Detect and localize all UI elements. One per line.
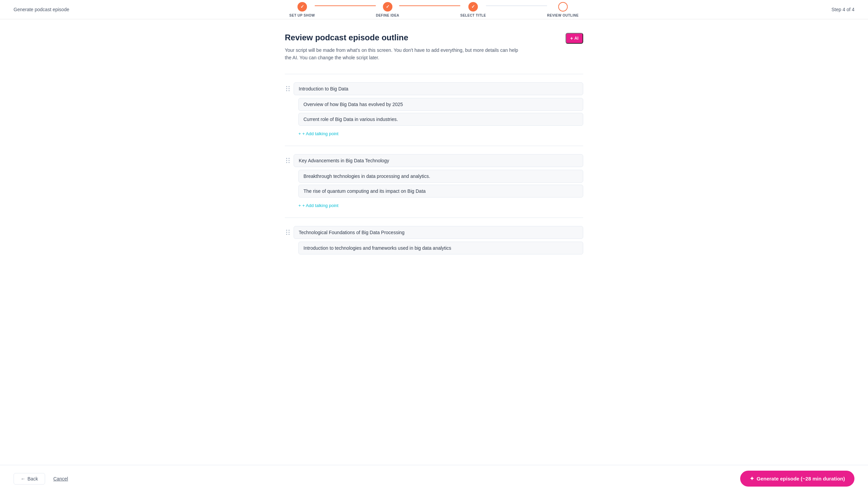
- talking-points-1: [285, 98, 583, 126]
- add-talking-point-btn-1[interactable]: + + Add talking point: [298, 130, 338, 138]
- footer: ← Back Cancel ✦ Generate episode (~28 mi…: [0, 465, 868, 492]
- connector-3: [486, 5, 547, 6]
- outline-section-1: + + Add talking point: [285, 78, 583, 142]
- app-title: Generate podcast episode: [14, 7, 69, 12]
- cancel-button[interactable]: Cancel: [53, 476, 68, 481]
- footer-left: ← Back Cancel: [14, 473, 68, 485]
- drag-handle-2[interactable]: [285, 157, 291, 164]
- section-header-row-2: [285, 154, 583, 167]
- step-title: ✓ SELECT TITLE: [460, 2, 486, 17]
- page-title: Review podcast episode outline: [285, 33, 522, 42]
- talking-point-2-2[interactable]: [298, 185, 583, 198]
- talking-point-1-1[interactable]: [298, 98, 583, 111]
- talking-points-3: [285, 242, 583, 254]
- step-label-outline: REVIEW OUTLINE: [547, 14, 579, 17]
- star-icon: ✦: [750, 475, 754, 482]
- main-content: Review podcast episode outline Your scri…: [278, 19, 590, 492]
- step-circle-idea: ✓: [383, 2, 392, 12]
- talking-point-2-1[interactable]: [298, 170, 583, 183]
- add-talking-point-btn-2[interactable]: + + Add talking point: [298, 202, 338, 209]
- page-header-left: Review podcast episode outline Your scri…: [285, 33, 522, 62]
- outline-section-2: + + Add talking point: [285, 150, 583, 213]
- section-title-input-3[interactable]: [294, 226, 583, 239]
- outline-container: + + Add talking point: [285, 70, 583, 259]
- section-title-input-1[interactable]: [294, 82, 583, 95]
- back-label: Back: [27, 476, 38, 481]
- back-arrow-icon: ←: [21, 476, 25, 481]
- drag-handle-3[interactable]: [285, 228, 291, 236]
- add-icon-2: +: [298, 203, 301, 208]
- step-outline: REVIEW OUTLINE: [547, 2, 579, 17]
- add-talking-point-container-1: + + Add talking point: [285, 130, 583, 138]
- add-talking-point-container-2: + + Add talking point: [285, 202, 583, 209]
- connector-1: [315, 5, 376, 6]
- header: Generate podcast episode ✓ SET UP SHOW ✓…: [0, 0, 868, 19]
- step-label-idea: DEFINE IDEA: [376, 14, 399, 17]
- talking-point-3-1[interactable]: [298, 242, 583, 254]
- step-circle-setup: ✓: [297, 2, 307, 12]
- ai-badge-label: AI: [574, 36, 578, 41]
- generate-label: Generate episode (~28 min duration): [757, 476, 845, 481]
- connector-2: [399, 5, 460, 6]
- step-label-setup: SET UP SHOW: [289, 14, 315, 17]
- section-header-row-1: [285, 82, 583, 95]
- divider-3: [285, 218, 583, 218]
- plus-icon: +: [570, 36, 573, 41]
- step-circle-outline: [558, 2, 568, 12]
- step-circle-title: ✓: [469, 2, 478, 12]
- page-header: Review podcast episode outline Your scri…: [285, 33, 583, 62]
- add-talking-point-label-1: + Add talking point: [302, 131, 339, 136]
- generate-button[interactable]: ✦ Generate episode (~28 min duration): [740, 471, 854, 487]
- divider-2: [285, 146, 583, 146]
- add-talking-point-label-2: + Add talking point: [302, 203, 339, 208]
- section-header-row-3: [285, 226, 583, 239]
- outline-section-3: [285, 222, 583, 259]
- step-setup: ✓ SET UP SHOW: [289, 2, 315, 17]
- step-label-title: SELECT TITLE: [460, 14, 486, 17]
- drag-handle-1[interactable]: [285, 85, 291, 93]
- add-icon-1: +: [298, 131, 301, 136]
- back-button[interactable]: ← Back: [14, 473, 45, 485]
- cancel-label: Cancel: [53, 476, 68, 481]
- progress-bar: ✓ SET UP SHOW ✓ DEFINE IDEA ✓ SELECT TIT…: [289, 2, 578, 17]
- page-description: Your script will be made from what's on …: [285, 46, 522, 62]
- ai-badge-button[interactable]: + AI: [566, 33, 583, 44]
- divider-top: [285, 74, 583, 74]
- talking-points-2: [285, 170, 583, 198]
- section-title-input-2[interactable]: [294, 154, 583, 167]
- step-idea: ✓ DEFINE IDEA: [376, 2, 399, 17]
- step-indicator: Step 4 of 4: [831, 7, 854, 12]
- talking-point-1-2[interactable]: [298, 113, 583, 126]
